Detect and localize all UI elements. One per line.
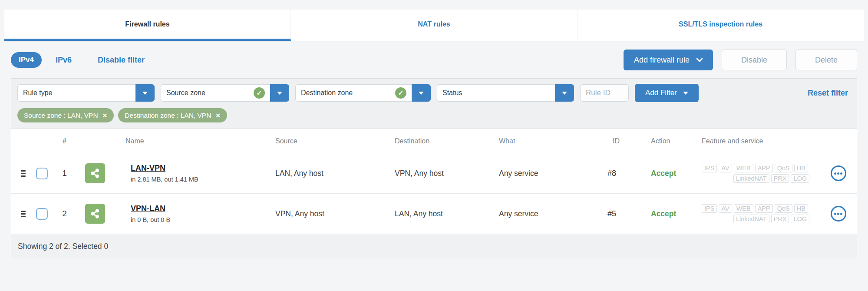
active-filter-chips: Source zone : LAN, VPN ✕ Destination zon…: [11, 107, 857, 129]
add-filter-button[interactable]: Add Filter: [635, 84, 699, 102]
check-circle-icon: ✓: [254, 87, 265, 99]
row-menu-icon[interactable]: [831, 165, 846, 181]
rule-type-dropdown-label: Rule type: [17, 84, 135, 102]
reset-filter-link[interactable]: Reset filter: [808, 89, 848, 98]
chip-label: Destination zone : LAN, VPN: [125, 112, 211, 119]
tab-firewall-rules[interactable]: Firewall rules: [4, 10, 291, 41]
header-source: Source: [263, 137, 383, 145]
badge-app: APP: [755, 204, 773, 213]
destination-zone-dropdown-label: Destination zone: [301, 89, 353, 97]
badge-web: WEB: [734, 204, 753, 213]
delete-button[interactable]: Delete: [795, 50, 857, 70]
network-share-icon: [85, 204, 105, 224]
row-checkbox[interactable]: [36, 208, 48, 220]
rule-destination: VPN, Any host: [383, 169, 487, 178]
check-circle-icon: ✓: [395, 87, 406, 99]
badge-av: AV: [719, 204, 732, 213]
badge-linkednat: LinkedNAT: [733, 215, 769, 223]
chip-label: Source zone : LAN, VPN: [24, 112, 98, 119]
badge-linkednat: LinkedNAT: [733, 174, 769, 183]
triangle-down-icon: [142, 92, 148, 95]
table-header: # Name Source Destination What ID Action…: [11, 129, 857, 153]
rule-action: Accept: [634, 169, 682, 178]
header-id: ID: [595, 137, 634, 145]
header-name: Name: [113, 137, 263, 145]
badge-prx: PRX: [771, 174, 789, 183]
header-feature-and-service: Feature and service: [682, 137, 820, 145]
status-dropdown[interactable]: Status: [437, 84, 574, 102]
rule-destination: LAN, Any host: [383, 209, 487, 218]
badge-log: LOG: [791, 215, 809, 223]
rule-id: #5: [595, 209, 634, 218]
rule-id: #8: [595, 169, 634, 178]
rule-traffic: in 2.81 MB, out 1.41 MB: [131, 176, 263, 183]
row-checkbox[interactable]: [36, 168, 48, 179]
tab-nat-rules[interactable]: NAT rules: [291, 10, 578, 41]
rule-type-dropdown[interactable]: Rule type: [17, 84, 155, 102]
badge-prx: PRX: [771, 215, 789, 223]
badge-hb: HB: [794, 204, 808, 213]
badge-web: WEB: [734, 164, 753, 172]
drag-handle-icon[interactable]: [16, 211, 31, 217]
source-zone-filter-chip: Source zone : LAN, VPN ✕: [17, 108, 114, 122]
rule-source: VPN, Any host: [263, 209, 383, 218]
triangle-down-icon: [419, 92, 424, 95]
disable-filter-link[interactable]: Disable filter: [98, 56, 145, 65]
status-dropdown-label: Status: [437, 84, 555, 102]
badge-app: APP: [755, 164, 773, 172]
add-firewall-rule-label: Add firewall rule: [634, 56, 690, 65]
table-footer: Showing 2 of 2. Selected 0: [11, 234, 857, 259]
firewall-rules-card: Rule type Source zone ✓ Destination zone…: [11, 78, 857, 259]
rules-tab-bar: Firewall rules NAT rules SSL/TLS inspect…: [4, 10, 864, 41]
table-row: 1 LAN-VPN in 2.81 MB, out 1.41 MB LAN, A…: [11, 153, 857, 194]
chevron-down-icon: [696, 58, 703, 62]
rule-what: Any service: [487, 169, 595, 178]
header-action: Action: [634, 137, 682, 145]
destination-zone-dropdown-button[interactable]: [412, 84, 431, 102]
remove-chip-icon[interactable]: ✕: [102, 112, 108, 119]
add-firewall-rule-button[interactable]: Add firewall rule: [624, 50, 713, 70]
rule-name-link[interactable]: VPN-LAN: [131, 204, 263, 213]
badge-ips: IPS: [702, 204, 717, 213]
source-zone-dropdown-button[interactable]: [270, 84, 289, 102]
filter-bar: Rule type Source zone ✓ Destination zone…: [11, 79, 857, 107]
rule-id-input[interactable]: [580, 84, 629, 102]
tab-ssl-tls-inspection-rules[interactable]: SSL/TLS inspection rules: [578, 10, 864, 41]
status-dropdown-button[interactable]: [555, 84, 574, 102]
source-zone-dropdown[interactable]: Source zone ✓: [161, 84, 289, 102]
feature-badges: IPS AV WEB APP QoS HB LinkedNAT PRX LOG: [682, 164, 820, 183]
remove-chip-icon[interactable]: ✕: [215, 112, 221, 119]
rule-name-link[interactable]: LAN-VPN: [131, 164, 263, 173]
row-menu-icon[interactable]: [831, 206, 846, 222]
add-filter-label: Add Filter: [645, 89, 677, 97]
toolbar-actions: Add firewall rule Disable Delete: [624, 50, 857, 70]
triangle-down-icon: [683, 92, 688, 95]
toolbar: IPv4 IPv6 Disable filter Add firewall ru…: [11, 50, 857, 70]
disable-button[interactable]: Disable: [722, 50, 787, 70]
showing-status-text: Showing 2 of 2. Selected 0: [18, 242, 108, 251]
header-destination: Destination: [383, 137, 487, 145]
badge-qos: QoS: [775, 164, 792, 172]
source-zone-dropdown-label: Source zone: [166, 89, 205, 97]
rule-what: Any service: [487, 209, 595, 218]
rule-traffic: in 0 B, out 0 B: [131, 216, 263, 223]
header-what: What: [487, 137, 595, 145]
destination-zone-dropdown[interactable]: Destination zone ✓: [295, 84, 431, 102]
ipv6-toggle[interactable]: IPv6: [56, 56, 72, 65]
triangle-down-icon: [277, 92, 282, 95]
badge-ips: IPS: [702, 164, 717, 172]
rule-action: Accept: [634, 209, 682, 218]
badge-log: LOG: [791, 174, 809, 183]
row-number: 2: [53, 209, 76, 218]
triangle-down-icon: [562, 92, 567, 95]
badge-qos: QoS: [775, 204, 792, 213]
badge-hb: HB: [794, 164, 808, 172]
rule-type-dropdown-button[interactable]: [135, 84, 155, 102]
ipv4-toggle[interactable]: IPv4: [11, 52, 42, 68]
rule-source: LAN, Any host: [263, 169, 383, 178]
drag-handle-icon[interactable]: [16, 170, 31, 177]
destination-zone-filter-chip: Destination zone : LAN, VPN ✕: [118, 108, 227, 122]
feature-badges: IPS AV WEB APP QoS HB LinkedNAT PRX LOG: [682, 204, 820, 223]
header-number: #: [53, 137, 76, 145]
badge-av: AV: [719, 164, 732, 172]
